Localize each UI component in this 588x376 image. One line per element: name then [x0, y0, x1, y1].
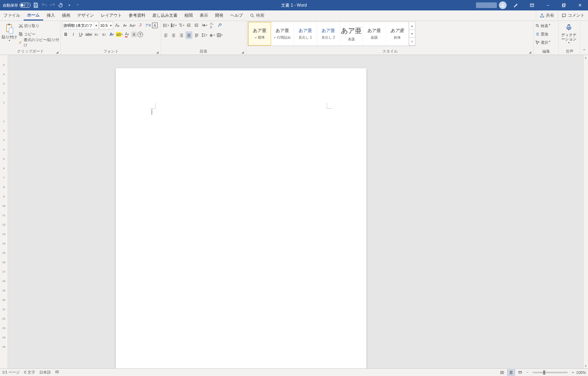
zoom-level[interactable]: 100%	[576, 370, 586, 375]
bold-icon[interactable]: B	[62, 31, 69, 38]
status-language[interactable]: 日本語	[39, 370, 51, 375]
font-color-icon[interactable]: A▾	[124, 31, 130, 38]
indent-dec-icon[interactable]	[185, 22, 192, 29]
maximize-button[interactable]	[556, 0, 572, 10]
account-avatar[interactable]	[499, 1, 507, 9]
borders-icon[interactable]: ▾	[216, 31, 223, 39]
document-area[interactable]	[8, 61, 583, 368]
subscript-icon[interactable]: x2	[93, 31, 100, 38]
show-marks-icon[interactable]	[216, 22, 223, 29]
undo-icon[interactable]	[41, 2, 47, 8]
numbering-icon[interactable]: 123▾	[170, 22, 177, 29]
align-justify-icon[interactable]	[185, 31, 192, 39]
vertical-ruler[interactable]: 5432112345678910111213141516171819202122…	[0, 55, 8, 368]
account-name-pill[interactable]	[476, 2, 497, 8]
styles-gallery[interactable]: あア亜↵標準あア亜↵行間詰めあア亜見出し 1あア亜見出し 2あア亜表題あア亜副題…	[248, 22, 415, 46]
tell-me-search[interactable]: 検索	[250, 10, 264, 21]
paste-button[interactable]: 貼り付け ▾	[1, 22, 17, 42]
clipboard-launcher-icon[interactable]: ◢	[56, 50, 58, 54]
zoom-thumb[interactable]	[543, 370, 545, 375]
comment-button[interactable]: コメント	[558, 11, 588, 21]
text-effects-icon[interactable]: A▾	[108, 31, 115, 38]
align-center-icon[interactable]	[170, 31, 177, 39]
align-distribute-icon[interactable]	[193, 31, 200, 39]
save-icon[interactable]	[33, 2, 39, 8]
style-item-0[interactable]: あア亜↵標準	[248, 22, 271, 46]
shrink-font-icon[interactable]: A▾	[121, 22, 128, 29]
select-button[interactable]: 選択▾	[535, 38, 554, 47]
paragraph-launcher-icon[interactable]: ◢	[241, 50, 244, 54]
macro-recorder-icon[interactable]	[55, 370, 59, 375]
ribbon-display-icon[interactable]	[524, 0, 540, 10]
tab-design[interactable]: デザイン	[74, 10, 97, 21]
autosave-toggle[interactable]: 自動保存 オフ	[3, 3, 31, 8]
page[interactable]	[116, 68, 366, 368]
zoom-out-icon[interactable]: －	[525, 370, 529, 375]
status-page[interactable]: 1/1 ページ	[2, 370, 20, 375]
char-border-icon[interactable]: A	[152, 23, 158, 28]
tab-insert[interactable]: 挿入	[43, 10, 58, 21]
collapse-ribbon-icon[interactable]: ⌃	[582, 48, 586, 53]
line-spacing-icon[interactable]: ▾	[201, 31, 208, 39]
dictate-button[interactable]: ディクテーション ▾	[560, 22, 578, 44]
redo-icon[interactable]	[49, 2, 56, 8]
tab-references[interactable]: 参考資料	[125, 10, 149, 21]
align-left-icon[interactable]	[162, 31, 169, 39]
zoom-in-icon[interactable]: ＋	[571, 370, 575, 375]
tab-file[interactable]: ファイル	[0, 10, 24, 21]
share-button[interactable]: 共有	[536, 11, 558, 21]
style-item-6[interactable]: あア亜斜体	[386, 22, 409, 46]
style-item-2[interactable]: あア亜見出し 1	[294, 22, 317, 46]
grow-font-icon[interactable]: A▴	[114, 22, 121, 29]
view-read-icon[interactable]	[498, 369, 506, 376]
phonetic-guide-icon[interactable]: ア亜	[144, 22, 151, 29]
shading-icon[interactable]: ▾	[208, 31, 215, 39]
minimize-button[interactable]: –	[540, 0, 556, 10]
pen-icon[interactable]	[508, 0, 524, 10]
qat-overflow-icon[interactable]: ⁼	[74, 2, 81, 8]
underline-icon[interactable]: U▾	[78, 31, 85, 38]
char-shading-icon[interactable]: A	[131, 32, 137, 37]
tab-help[interactable]: ヘルプ	[227, 10, 246, 21]
italic-icon[interactable]: I	[70, 31, 77, 38]
indent-inc-icon[interactable]	[193, 22, 200, 29]
view-print-icon[interactable]	[507, 369, 515, 376]
tab-draw[interactable]: 描画	[58, 10, 74, 21]
replace-button[interactable]: 置換	[535, 30, 554, 38]
tab-home[interactable]: ホーム	[24, 10, 43, 21]
scroll-down-icon[interactable]: ▾	[583, 363, 588, 368]
strikethrough-icon[interactable]: abc	[85, 31, 92, 38]
cut-button[interactable]: 切り取り	[18, 22, 59, 30]
superscript-icon[interactable]: x2	[101, 31, 108, 38]
tab-view[interactable]: 表示	[196, 10, 212, 21]
bullets-icon[interactable]: ▾	[162, 22, 169, 29]
close-button[interactable]: ✕	[572, 0, 588, 10]
font-name-combo[interactable]: ▾	[62, 22, 98, 29]
scroll-up-icon[interactable]: ▴	[583, 55, 588, 60]
zoom-slider[interactable]	[533, 372, 567, 373]
view-web-icon[interactable]	[516, 369, 524, 376]
change-case-icon[interactable]: Aa▾	[129, 22, 136, 29]
sort-icon[interactable]: A↓Z	[208, 22, 215, 29]
style-item-5[interactable]: あア亜副題	[363, 22, 386, 46]
font-launcher-icon[interactable]: ◢	[156, 50, 159, 54]
text-direction-icon[interactable]: A▾	[201, 22, 208, 29]
tab-layout[interactable]: レイアウト	[97, 10, 125, 21]
tab-review[interactable]: 校閲	[181, 10, 196, 21]
find-button[interactable]: 検索▾	[535, 22, 554, 30]
status-word-count[interactable]: 0 文字	[24, 370, 35, 375]
style-item-3[interactable]: あア亜見出し 2	[317, 22, 340, 46]
enclose-char-icon[interactable]: 字	[137, 32, 143, 37]
style-item-1[interactable]: あア亜↵行間詰め	[271, 22, 294, 46]
qat-dropdown-icon[interactable]: ▾	[66, 2, 72, 8]
style-item-4[interactable]: あア亜表題	[340, 22, 363, 46]
multilevel-icon[interactable]: ▾	[178, 22, 185, 29]
clear-format-icon[interactable]	[137, 22, 144, 29]
tab-developer[interactable]: 開発	[212, 10, 227, 21]
touch-mode-icon[interactable]	[58, 2, 64, 8]
align-right-icon[interactable]	[178, 31, 185, 39]
font-size-combo[interactable]: ▾	[99, 22, 113, 29]
tab-mailings[interactable]: 差し込み文書	[149, 10, 181, 21]
gallery-scroll[interactable]: ▴▾≡	[409, 22, 415, 46]
vertical-scrollbar[interactable]: ▴ ▾	[583, 55, 588, 368]
